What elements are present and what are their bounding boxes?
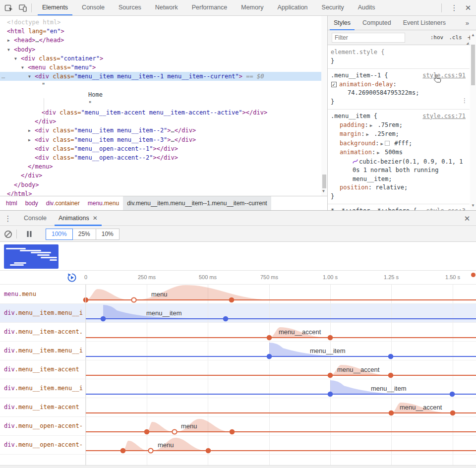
dom-node[interactable]: " <box>0 99 321 108</box>
dom-node-selected[interactable]: …▼<div class="menu__item menu__item--1 m… <box>0 72 321 81</box>
timeline-node-label[interactable]: menu.menu <box>4 291 84 297</box>
timeline-node-label[interactable]: div.menu__item-accent. <box>4 329 84 335</box>
bezier-editor-icon[interactable] <box>353 159 358 164</box>
breadcrumb-item[interactable]: body <box>21 196 42 210</box>
keyframe-dot[interactable] <box>223 316 229 322</box>
playback-rate-25[interactable]: 25% <box>72 229 96 240</box>
scroll-up-icon[interactable]: ▲ <box>471 33 475 37</box>
dom-node[interactable]: <!doctype html> <box>0 18 321 27</box>
dom-node[interactable]: ▼<body> <box>0 45 321 54</box>
css-property-line[interactable]: background:▶ #fff; <box>331 139 467 149</box>
tab-sources[interactable]: Sources <box>112 0 148 15</box>
clear-all-icon[interactable] <box>3 229 13 239</box>
more-menu-icon[interactable]: ⋮ <box>449 3 459 13</box>
css-property-line[interactable]: position: relative; <box>331 183 467 192</box>
dom-node[interactable]: </div> <box>0 117 321 126</box>
toggle-cls[interactable]: .cls <box>449 34 462 41</box>
breadcrumb-item[interactable]: menu.menu <box>84 196 123 210</box>
stylesheet-link[interactable]: style.css:91 <box>422 71 466 80</box>
playback-rate-10[interactable]: 10% <box>96 229 119 240</box>
css-property-line[interactable]: animation-delay: <box>331 80 467 89</box>
dom-node[interactable]: <div class="menu__open-accent--2"></div> <box>0 153 321 162</box>
keyframe-dot[interactable] <box>229 297 235 303</box>
property-checkbox-checked[interactable] <box>331 82 337 87</box>
timeline-node-label[interactable]: div.menu__item.menu__i <box>4 385 84 392</box>
timeline-node-label[interactable]: div.menu__item.menu__i <box>4 348 84 354</box>
dom-gutter-ellipsis-icon[interactable]: … <box>1 72 5 81</box>
inspect-element-icon[interactable] <box>4 3 14 13</box>
stylesheet-link[interactable]: style.css:71 <box>422 112 466 121</box>
timeline-playhead[interactable] <box>471 273 476 277</box>
keyframe-dot[interactable] <box>230 429 235 435</box>
tab-memory[interactable]: Memory <box>234 0 270 15</box>
expand-arrow-right-icon[interactable]: ▶ <box>7 36 10 45</box>
keyframe-dot[interactable] <box>328 335 333 341</box>
expand-value-icon[interactable]: ▶ <box>368 123 374 128</box>
expand-value-icon[interactable]: ▶ <box>375 150 381 155</box>
timeline-node-label[interactable]: div.menu__open-accent- <box>4 423 84 429</box>
rule-more-menu-icon[interactable]: ⋮ <box>462 97 468 106</box>
timeline-node-label[interactable]: div.menu__item-accent <box>4 366 84 373</box>
keyframe-dot[interactable] <box>267 354 272 359</box>
dom-node[interactable]: </menu> <box>0 162 321 171</box>
css-property-line[interactable]: animation:▶ 500ms <box>331 148 467 158</box>
expand-arrow-right-icon[interactable]: ▶ <box>28 136 31 145</box>
tab-security[interactable]: Security <box>315 0 351 15</box>
drawer-more-menu-icon[interactable]: ⋮ <box>3 213 13 223</box>
css-property-line[interactable]: margin:▶ .25rem; <box>331 130 467 139</box>
tab-audits[interactable]: Audits <box>351 0 382 15</box>
pause-icon[interactable] <box>24 229 34 239</box>
expand-arrow-down-icon[interactable]: ▼ <box>21 63 24 72</box>
sidebar-tab-styles[interactable]: Styles <box>328 16 357 30</box>
playback-rate-100[interactable]: 100% <box>46 229 73 240</box>
animation-group-preview[interactable] <box>4 244 59 269</box>
keyframe-dot[interactable] <box>328 392 333 397</box>
css-rule[interactable]: *, *::after, *::before {style.css:3margi… <box>328 204 470 210</box>
keyframe-dot[interactable] <box>328 373 333 378</box>
keyframe-dot[interactable] <box>206 448 211 454</box>
keyframe-dot-open[interactable] <box>148 448 153 453</box>
keyframe-dot[interactable] <box>120 448 126 454</box>
keyframe-dot-open[interactable] <box>131 297 136 302</box>
dom-node[interactable]: <div class="menu__item-accent menu__item… <box>0 108 321 117</box>
breadcrumb-item[interactable]: div.container <box>42 196 84 210</box>
keyframe-dot[interactable] <box>83 297 89 303</box>
tab-elements[interactable]: Elements <box>35 0 75 15</box>
scrollbar-thumb[interactable] <box>471 45 475 85</box>
expand-value-icon[interactable]: ▶ <box>379 141 384 146</box>
dom-node[interactable]: ▶<head>…</head> <box>0 36 321 45</box>
styles-filter-input[interactable] <box>332 33 405 43</box>
drawer-tab-console[interactable]: Console <box>18 211 53 226</box>
timeline-node-label[interactable]: div.menu__item.menu__i <box>4 310 84 316</box>
styles-scrollbar[interactable]: ▲ ▼ <box>470 31 476 210</box>
dom-node[interactable]: " <box>0 81 321 90</box>
timeline-node-label[interactable]: div.menu__open-accent- <box>4 442 84 448</box>
sidebar-tabs-overflow-icon[interactable]: » <box>466 19 469 27</box>
dom-node[interactable]: </body> <box>0 180 321 189</box>
replay-icon[interactable] <box>66 272 77 283</box>
keyframe-dot[interactable] <box>267 335 272 341</box>
breadcrumb-item[interactable]: div.menu__item.menu__item--1.menu__item-… <box>123 196 271 210</box>
css-rule[interactable]: .menu__item {style.css:71padding:▶ .75re… <box>328 110 470 204</box>
timeline-node-label[interactable]: div.menu__item-accent <box>4 404 84 410</box>
dom-node[interactable]: <html lang="en"> <box>0 27 321 36</box>
horizontal-scrollbar[interactable] <box>0 465 476 468</box>
breadcrumb-item[interactable]: html <box>2 196 21 210</box>
dom-node[interactable]: ▶<div class="menu__item menu__item--2">…… <box>0 126 321 135</box>
elements-scrollbar[interactable]: ▼ <box>321 16 327 196</box>
tab-console[interactable]: Console <box>75 0 112 15</box>
color-swatch[interactable] <box>385 141 390 146</box>
tab-close-icon[interactable]: ✕ <box>93 211 98 226</box>
tab-performance[interactable]: Performance <box>185 0 235 15</box>
expand-arrow-right-icon[interactable]: ▶ <box>28 126 31 135</box>
expand-arrow-down-icon[interactable]: ▼ <box>7 46 10 55</box>
css-property-line[interactable]: padding:▶ .75rem; <box>331 121 467 130</box>
keyframe-dot[interactable] <box>450 410 456 416</box>
dom-node[interactable]: <div class="menu__open-accent--1"></div> <box>0 144 321 153</box>
drawer-close-icon[interactable]: ✕ <box>462 213 472 223</box>
dom-node[interactable]: ▼<menu class="menu"> <box>0 63 321 72</box>
dom-node[interactable]: </html> <box>0 189 321 196</box>
device-toolbar-icon[interactable] <box>18 3 28 13</box>
css-rule[interactable]: .menu__item--1 {style.css:91animation-de… <box>328 69 470 110</box>
dom-node[interactable]: ▶<div class="menu__item menu__item--3">…… <box>0 135 321 144</box>
